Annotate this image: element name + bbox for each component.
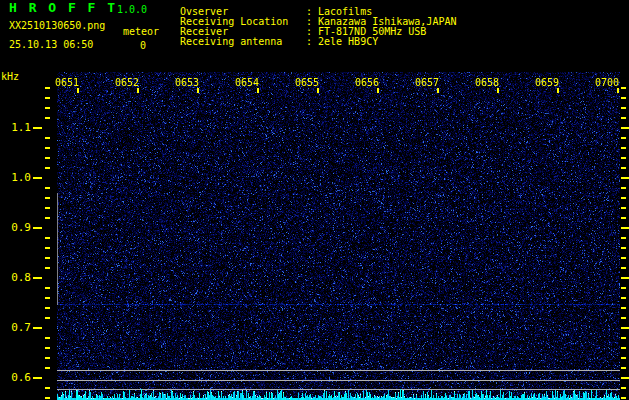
freq-minor-tick-right — [621, 187, 626, 189]
freq-minor-tick-right — [621, 387, 626, 389]
freq-minor-tick-right — [621, 107, 626, 109]
time-tick — [137, 88, 139, 93]
freq-minor-tick-left — [45, 207, 50, 209]
freq-minor-tick-right — [621, 117, 626, 119]
freq-minor-tick-left — [45, 157, 50, 159]
freq-axis-label: 0.6 — [2, 372, 31, 383]
freq-axis-label: 0.7 — [2, 322, 31, 333]
freq-minor-tick-left — [45, 317, 50, 319]
freq-minor-tick-right — [621, 247, 626, 249]
freq-major-tick-right — [621, 127, 629, 129]
time-axis-label: 0658 — [475, 77, 499, 88]
freq-minor-tick-right — [621, 297, 626, 299]
time-axis-label: 0659 — [535, 77, 559, 88]
freq-minor-tick-right — [621, 337, 626, 339]
observation-datetime: 25.10.13 06:50 — [9, 40, 93, 50]
freq-minor-tick-right — [621, 397, 626, 399]
freq-minor-tick-right — [621, 237, 626, 239]
freq-axis-label: 0.9 — [2, 222, 31, 233]
freq-axis-unit-label: kHz — [1, 72, 19, 82]
spectrogram-plot — [57, 72, 620, 400]
meteor-count-label: meteor — [123, 27, 159, 37]
freq-minor-tick-left — [45, 107, 50, 109]
freq-minor-tick-left — [45, 247, 50, 249]
time-axis-label: 0652 — [115, 77, 139, 88]
time-tick — [77, 88, 79, 93]
time-tick — [317, 88, 319, 93]
freq-minor-tick-left — [45, 297, 50, 299]
output-filename: XX2510130650.png — [9, 21, 105, 31]
time-axis-label: 0700 — [595, 77, 619, 88]
freq-major-tick-left — [33, 327, 42, 329]
freq-major-tick-left — [33, 127, 42, 129]
info-separator: : — [306, 37, 312, 47]
app-title: H R O F F T — [9, 3, 117, 13]
freq-major-tick-right — [621, 177, 629, 179]
freq-minor-tick-left — [45, 397, 50, 399]
station-info-block: Ovserver:LacofilmsReceiving Location:Kan… — [180, 7, 620, 47]
freq-minor-tick-left — [45, 257, 50, 259]
freq-minor-tick-right — [621, 97, 626, 99]
freq-major-tick-left — [33, 277, 42, 279]
time-axis-label: 0653 — [175, 77, 199, 88]
freq-minor-tick-right — [621, 217, 626, 219]
time-axis-label: 0651 — [55, 77, 79, 88]
freq-minor-tick-right — [621, 197, 626, 199]
freq-minor-tick-right — [621, 357, 626, 359]
freq-major-tick-left — [33, 177, 42, 179]
freq-minor-tick-right — [621, 157, 626, 159]
hrofft-window: H R O F F T 1.0.0 XX2510130650.png meteo… — [0, 0, 629, 400]
freq-minor-tick-left — [45, 187, 50, 189]
freq-minor-tick-right — [621, 367, 626, 369]
freq-major-tick-right — [621, 377, 629, 379]
freq-minor-tick-right — [621, 347, 626, 349]
freq-minor-tick-left — [45, 307, 50, 309]
freq-minor-tick-right — [621, 137, 626, 139]
time-tick — [257, 88, 259, 93]
freq-minor-tick-left — [45, 287, 50, 289]
freq-minor-tick-right — [621, 257, 626, 259]
freq-minor-tick-left — [45, 217, 50, 219]
time-tick — [377, 88, 379, 93]
meteor-count-value: 0 — [140, 41, 146, 51]
freq-minor-tick-right — [621, 317, 626, 319]
freq-major-tick-left — [33, 377, 42, 379]
time-axis-label: 0656 — [355, 77, 379, 88]
time-axis-label: 0654 — [235, 77, 259, 88]
time-tick — [617, 88, 619, 93]
freq-minor-tick-left — [45, 87, 50, 89]
freq-minor-tick-right — [621, 147, 626, 149]
freq-minor-tick-left — [45, 197, 50, 199]
time-axis-label: 0655 — [295, 77, 319, 88]
freq-major-tick-right — [621, 277, 629, 279]
time-tick — [497, 88, 499, 93]
freq-minor-tick-left — [45, 147, 50, 149]
freq-minor-tick-left — [45, 367, 50, 369]
freq-minor-tick-right — [621, 167, 626, 169]
freq-minor-tick-right — [621, 207, 626, 209]
freq-axis-label: 1.1 — [2, 122, 31, 133]
freq-major-tick-right — [621, 327, 629, 329]
freq-minor-tick-left — [45, 387, 50, 389]
freq-minor-tick-left — [45, 167, 50, 169]
freq-axis-label: 1.0 — [2, 172, 31, 183]
freq-minor-tick-left — [45, 347, 50, 349]
station-info-row: Receiving antenna:2ele HB9CY — [180, 37, 620, 47]
info-value: 2ele HB9CY — [318, 37, 378, 47]
app-version: 1.0.0 — [117, 5, 147, 15]
freq-minor-tick-right — [621, 307, 626, 309]
freq-major-tick-left — [33, 227, 42, 229]
freq-minor-tick-left — [45, 237, 50, 239]
time-tick — [437, 88, 439, 93]
freq-minor-tick-left — [45, 357, 50, 359]
info-label: Receiving antenna — [180, 37, 282, 47]
time-axis-label: 0657 — [415, 77, 439, 88]
freq-axis-label: 0.8 — [2, 272, 31, 283]
freq-minor-tick-left — [45, 97, 50, 99]
freq-minor-tick-right — [621, 287, 626, 289]
time-tick — [557, 88, 559, 93]
freq-major-tick-right — [621, 227, 629, 229]
time-tick — [197, 88, 199, 93]
freq-minor-tick-right — [621, 87, 626, 89]
freq-minor-tick-left — [45, 267, 50, 269]
